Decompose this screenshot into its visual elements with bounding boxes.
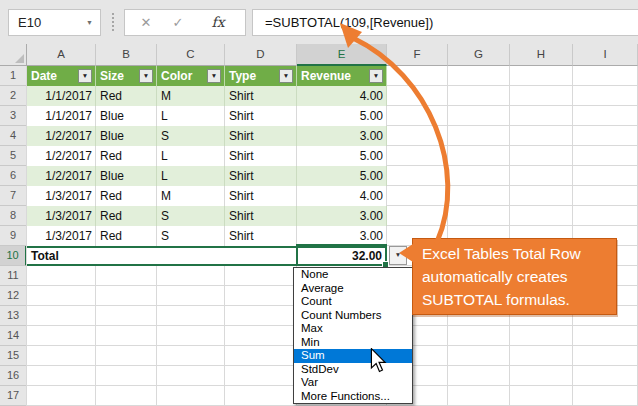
cell-C6[interactable]: L xyxy=(157,166,225,186)
filter-button-revenue[interactable]: ▼ xyxy=(369,69,383,83)
row-header-7[interactable]: 7 xyxy=(0,186,27,206)
cell-E6[interactable]: 5.00 xyxy=(297,166,387,186)
cell-A4[interactable]: 1/2/2017 xyxy=(27,126,96,146)
cell-C5[interactable]: L xyxy=(157,146,225,166)
row-header-17[interactable]: 17 xyxy=(0,386,27,406)
cell-B3[interactable]: Blue xyxy=(96,106,157,126)
cell-C2[interactable]: M xyxy=(157,86,225,106)
callout-text-line: SUBTOTAL formulas. xyxy=(413,288,616,311)
table-header-label: Size xyxy=(100,69,124,83)
row-header-8[interactable]: 8 xyxy=(0,206,27,226)
cell-D3[interactable]: Shirt xyxy=(225,106,297,126)
cell-B2[interactable]: Red xyxy=(96,86,157,106)
dropdown-item-max[interactable]: Max xyxy=(294,322,412,336)
excel-window: E10 ▼ ✕ ✓ fx =SUBTOTAL(109,[Revenue]) AB… xyxy=(0,0,638,406)
row-header-10[interactable]: 10 xyxy=(0,246,27,266)
column-header-A[interactable]: A xyxy=(27,44,96,66)
column-header-F[interactable]: F xyxy=(387,44,448,66)
name-box-dropdown-icon[interactable]: ▼ xyxy=(86,10,93,35)
cell-D4[interactable]: Shirt xyxy=(225,126,297,146)
row-header-15[interactable]: 15 xyxy=(0,346,27,366)
column-header-D[interactable]: D xyxy=(225,44,297,66)
row-header-12[interactable]: 12 xyxy=(0,286,27,306)
cell-C8[interactable]: S xyxy=(157,206,225,226)
cell-A3[interactable]: 1/1/2017 xyxy=(27,106,96,126)
row-header-2[interactable]: 2 xyxy=(0,86,27,106)
filter-button-date[interactable]: ▼ xyxy=(78,69,92,83)
cell-C4[interactable]: S xyxy=(157,126,225,146)
cell-E7[interactable]: 4.00 xyxy=(297,186,387,206)
dropdown-item-more-functions[interactable]: More Functions... xyxy=(294,390,412,404)
dropdown-item-var[interactable]: Var xyxy=(294,376,412,390)
cell-B9[interactable]: Red xyxy=(96,226,157,246)
cell-D9[interactable]: Shirt xyxy=(225,226,297,246)
cell-E2[interactable]: 4.00 xyxy=(297,86,387,106)
table-header-label: Color xyxy=(161,69,192,83)
row-header-11[interactable]: 11 xyxy=(0,266,27,286)
cell-E4[interactable]: 3.00 xyxy=(297,126,387,146)
column-header-E[interactable]: E xyxy=(297,44,387,66)
column-header-C[interactable]: C xyxy=(157,44,225,66)
active-cell-border xyxy=(296,244,387,266)
cell-D8[interactable]: Shirt xyxy=(225,206,297,226)
column-header-G[interactable]: G xyxy=(448,44,510,66)
cell-E5[interactable]: 5.00 xyxy=(297,146,387,166)
row-header-3[interactable]: 3 xyxy=(0,106,27,126)
table-header-size[interactable]: Size▼ xyxy=(96,66,157,86)
cell-A8[interactable]: 1/3/2017 xyxy=(27,206,96,226)
column-header-H[interactable]: H xyxy=(510,44,573,66)
cell-D7[interactable]: Shirt xyxy=(225,186,297,206)
dropdown-item-none[interactable]: None xyxy=(294,268,412,282)
row-header-4[interactable]: 4 xyxy=(0,126,27,146)
dropdown-item-average[interactable]: Average xyxy=(294,282,412,296)
formula-bar[interactable]: =SUBTOTAL(109,[Revenue]) xyxy=(252,9,638,36)
cell-B7[interactable]: Red xyxy=(96,186,157,206)
enter-icon[interactable]: ✓ xyxy=(167,10,189,35)
filter-button-type[interactable]: ▼ xyxy=(279,69,293,83)
cell-B6[interactable]: Blue xyxy=(96,166,157,186)
cell-E8[interactable]: 3.00 xyxy=(297,206,387,226)
cancel-icon[interactable]: ✕ xyxy=(135,10,157,35)
table-header-date[interactable]: Date▼ xyxy=(27,66,96,86)
cell-A2[interactable]: 1/1/2017 xyxy=(27,86,96,106)
filter-button-color[interactable]: ▼ xyxy=(207,69,221,83)
row-header-6[interactable]: 6 xyxy=(0,166,27,186)
insert-function-icon[interactable]: fx xyxy=(203,10,233,35)
cell-C9[interactable]: S xyxy=(157,226,225,246)
filter-button-size[interactable]: ▼ xyxy=(139,69,153,83)
table-header-revenue[interactable]: Revenue▼ xyxy=(297,66,387,86)
dropdown-item-count-numbers[interactable]: Count Numbers xyxy=(294,309,412,323)
name-box[interactable]: E10 ▼ xyxy=(8,9,101,36)
dropdown-item-count[interactable]: Count xyxy=(294,295,412,309)
table-header-type[interactable]: Type▼ xyxy=(225,66,297,86)
select-all-button[interactable] xyxy=(0,44,27,66)
row-header-9[interactable]: 9 xyxy=(0,226,27,246)
row-header-1[interactable]: 1 xyxy=(0,66,27,86)
column-header-B[interactable]: B xyxy=(96,44,157,66)
dropdown-item-min[interactable]: Min xyxy=(294,336,412,350)
column-header-I[interactable]: I xyxy=(573,44,638,66)
cell-B4[interactable]: Blue xyxy=(96,126,157,146)
cell-C7[interactable]: M xyxy=(157,186,225,206)
cell-C3[interactable]: L xyxy=(157,106,225,126)
cell-A7[interactable]: 1/3/2017 xyxy=(27,186,96,206)
cell-E9[interactable]: 3.00 xyxy=(297,226,387,246)
row-header-14[interactable]: 14 xyxy=(0,326,27,346)
cell-B5[interactable]: Red xyxy=(96,146,157,166)
cell-B8[interactable]: Red xyxy=(96,206,157,226)
cell-E3[interactable]: 5.00 xyxy=(297,106,387,126)
row-header-16[interactable]: 16 xyxy=(0,366,27,386)
cell-A6[interactable]: 1/2/2017 xyxy=(27,166,96,186)
cell-D5[interactable]: Shirt xyxy=(225,146,297,166)
cell-D6[interactable]: Shirt xyxy=(225,166,297,186)
row-header-5[interactable]: 5 xyxy=(0,146,27,166)
table-header-color[interactable]: Color▼ xyxy=(157,66,225,86)
cell-A10[interactable]: Total xyxy=(31,248,59,264)
dropdown-item-stddev[interactable]: StdDev xyxy=(294,363,412,377)
cell-D2[interactable]: Shirt xyxy=(225,86,297,106)
cell-A5[interactable]: 1/2/2017 xyxy=(27,146,96,166)
row-header-13[interactable]: 13 xyxy=(0,306,27,326)
dropdown-item-sum[interactable]: Sum xyxy=(294,349,412,363)
gridline xyxy=(509,66,510,406)
cell-A9[interactable]: 1/3/2017 xyxy=(27,226,96,246)
